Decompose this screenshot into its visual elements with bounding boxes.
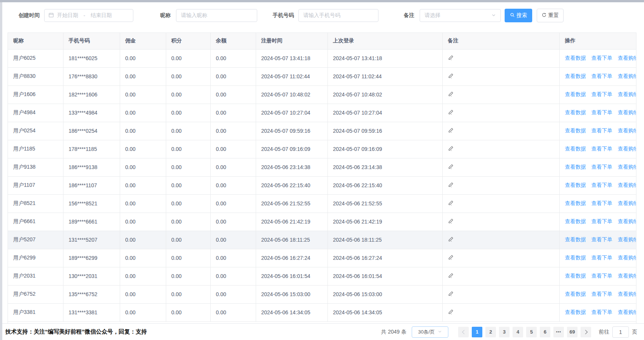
cell-actions: 查看数据查看下单查看购物车: [559, 67, 636, 85]
view-cart-link[interactable]: 查看购物车: [618, 55, 637, 61]
view-orders-link[interactable]: 查看下单: [591, 218, 613, 224]
edit-remark-button[interactable]: [448, 109, 454, 116]
edit-remark-button[interactable]: [448, 164, 454, 171]
view-cart-link[interactable]: 查看购物车: [618, 182, 637, 188]
edit-remark-button[interactable]: [448, 146, 454, 152]
view-data-link[interactable]: 查看数据: [565, 127, 586, 134]
view-data-link[interactable]: 查看数据: [565, 309, 586, 315]
view-cart-link[interactable]: 查看购物车: [618, 146, 637, 152]
footer-bar: 技术支持：关注“编写美好前程”微信公众号，回复：支持 共 2049 条 30条/…: [2, 323, 644, 340]
view-data-link[interactable]: 查看数据: [565, 200, 586, 206]
cell-commission: 0.00: [120, 194, 166, 213]
view-orders-link[interactable]: 查看下单: [591, 291, 613, 297]
reset-button[interactable]: 重置: [537, 9, 564, 22]
view-orders-link[interactable]: 查看下单: [591, 55, 613, 61]
page-size-select[interactable]: 30条/页: [412, 326, 448, 338]
view-orders-link[interactable]: 查看下单: [591, 109, 613, 115]
date-range-picker[interactable]: 开始日期 - 结束日期: [44, 9, 133, 22]
view-data-link[interactable]: 查看数据: [565, 146, 586, 152]
view-orders-link[interactable]: 查看下单: [591, 236, 613, 242]
page-button-3[interactable]: 3: [499, 327, 510, 337]
view-data-link[interactable]: 查看数据: [565, 291, 586, 297]
edit-remark-button[interactable]: [448, 91, 454, 98]
view-orders-link[interactable]: 查看下单: [591, 182, 613, 188]
cell-actions: 查看数据查看下单查看购物车: [559, 85, 636, 104]
edit-remark-button[interactable]: [448, 200, 454, 207]
search-button[interactable]: 搜索: [505, 9, 532, 22]
prev-page-button[interactable]: [458, 327, 469, 337]
view-cart-link[interactable]: 查看购物车: [618, 109, 637, 115]
view-data-link[interactable]: 查看数据: [565, 218, 586, 224]
view-data-link[interactable]: 查看数据: [565, 91, 586, 97]
page-button-2[interactable]: 2: [485, 327, 496, 337]
edit-remark-button[interactable]: [448, 291, 454, 298]
edit-remark-button[interactable]: [448, 127, 454, 134]
more-pages-button[interactable]: •••: [553, 327, 564, 337]
page-button-4[interactable]: 4: [513, 327, 523, 337]
view-cart-link[interactable]: 查看购物车: [618, 255, 637, 261]
left-edge-strip: [0, 2, 2, 340]
cell-commission: 0.00: [120, 303, 166, 321]
view-orders-link[interactable]: 查看下单: [591, 200, 613, 206]
view-data-link[interactable]: 查看数据: [565, 236, 586, 242]
view-cart-link[interactable]: 查看购物车: [618, 73, 637, 79]
edit-remark-button[interactable]: [448, 273, 454, 279]
edit-remark-button[interactable]: [448, 255, 454, 261]
phone-input[interactable]: 请输入手机号码: [298, 9, 378, 22]
view-data-link[interactable]: 查看数据: [565, 164, 586, 170]
view-data-link[interactable]: 查看数据: [565, 73, 586, 79]
view-orders-link[interactable]: 查看下单: [591, 255, 613, 261]
page-button-5[interactable]: 5: [526, 327, 537, 337]
view-cart-link[interactable]: 查看购物车: [618, 91, 637, 97]
view-orders-link[interactable]: 查看下单: [591, 309, 613, 315]
view-data-link[interactable]: 查看数据: [565, 55, 586, 61]
view-cart-link[interactable]: 查看购物车: [618, 236, 637, 242]
cell-commission: 0.00: [120, 122, 166, 140]
view-data-link[interactable]: 查看数据: [565, 182, 586, 188]
remark-select[interactable]: 请选择: [420, 9, 501, 22]
view-orders-link[interactable]: 查看下单: [591, 73, 613, 79]
view-cart-link[interactable]: 查看购物车: [618, 273, 637, 279]
view-cart-link[interactable]: 查看购物车: [618, 164, 637, 170]
view-orders-link[interactable]: 查看下单: [591, 164, 613, 170]
view-cart-link[interactable]: 查看购物车: [618, 309, 637, 315]
view-cart-link[interactable]: 查看购物车: [618, 200, 637, 206]
view-data-link[interactable]: 查看数据: [565, 273, 586, 279]
edit-icon: [448, 236, 454, 243]
edit-remark-button[interactable]: [448, 55, 454, 62]
cell-balance: 0.00: [210, 267, 256, 285]
view-cart-link[interactable]: 查看购物车: [618, 127, 637, 134]
cell-last-login: 2024-05-07 13:41:18: [327, 49, 442, 67]
cell-commission: 0.00: [120, 267, 166, 285]
edit-remark-button[interactable]: [448, 309, 454, 316]
cell-phone: 176****8830: [63, 67, 120, 85]
cell-points: 0.00: [166, 85, 210, 104]
view-data-link[interactable]: 查看数据: [565, 109, 586, 115]
view-data-link[interactable]: 查看数据: [565, 255, 586, 261]
view-orders-link[interactable]: 查看下单: [591, 127, 613, 134]
view-orders-link[interactable]: 查看下单: [591, 273, 613, 279]
edit-remark-button[interactable]: [448, 218, 454, 225]
cell-points: 0.00: [166, 303, 210, 321]
cell-balance: 0.00: [210, 67, 256, 85]
view-cart-link[interactable]: 查看购物车: [618, 218, 637, 224]
page-button-6[interactable]: 6: [540, 327, 550, 337]
jump-page-input[interactable]: [612, 326, 629, 338]
cell-actions: 查看数据查看下单查看购物车: [559, 285, 636, 303]
next-page-button[interactable]: [581, 327, 591, 337]
search-icon: [510, 12, 517, 19]
cell-actions: 查看数据查看下单查看购物车: [559, 213, 636, 231]
nickname-input[interactable]: 请输入昵称: [176, 9, 257, 22]
page-button-69[interactable]: 69: [567, 327, 578, 337]
edit-remark-button[interactable]: [448, 73, 454, 80]
jump-prefix: 前往: [599, 329, 609, 335]
cell-commission: 0.00: [120, 158, 166, 176]
view-orders-link[interactable]: 查看下单: [591, 146, 613, 152]
cell-remark: [442, 158, 559, 176]
page-button-1[interactable]: 1: [472, 327, 482, 337]
view-orders-link[interactable]: 查看下单: [591, 91, 613, 97]
edit-remark-button[interactable]: [448, 182, 454, 189]
edit-remark-button[interactable]: [448, 236, 454, 243]
view-cart-link[interactable]: 查看购物车: [618, 291, 637, 297]
table-header-row: 昵称 手机号码 佣金 积分 余额 注册时间 上次登录 备注 操作: [8, 33, 636, 49]
